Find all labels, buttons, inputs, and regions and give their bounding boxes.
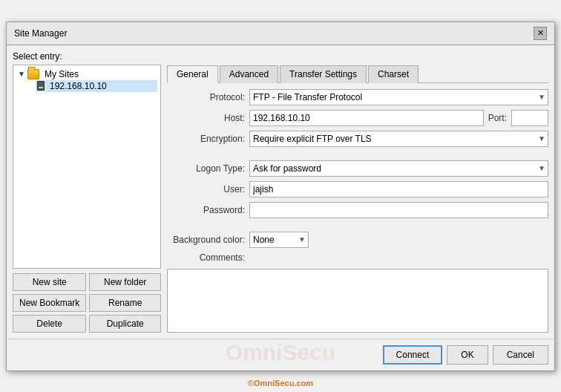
logon-type-select-wrapper: Ask for password Normal Anonymous Intera…	[249, 160, 548, 177]
user-label: User:	[167, 184, 245, 195]
copyright-text: ©OmniSecu.com	[248, 379, 313, 388]
delete-button[interactable]: Delete	[13, 315, 86, 333]
bg-color-select-wrapper: None Red Green Blue Yellow ▼	[249, 232, 309, 248]
form-area: Protocol: FTP - File Transfer Protocol F…	[167, 89, 548, 333]
bg-color-label: Background color:	[167, 235, 245, 245]
comments-area	[167, 269, 548, 333]
logon-type-row: Logon Type: Ask for password Normal Anon…	[167, 160, 548, 177]
main-area: ▼ My Sites 192.168.10.10 New site New f	[13, 65, 548, 333]
encryption-row: Encryption: Require explicit FTP over TL…	[167, 131, 548, 147]
bg-color-select[interactable]: None Red Green Blue Yellow	[249, 232, 309, 248]
logon-type-label: Logon Type:	[167, 163, 245, 174]
duplicate-button[interactable]: Duplicate	[89, 315, 161, 333]
close-button[interactable]: ✕	[534, 27, 547, 40]
password-input[interactable]	[249, 202, 548, 218]
dialog-body: Select entry: ▼ My Sites 192.168.10.10	[7, 45, 554, 339]
tree-child-container: 192.168.10.10	[16, 80, 157, 92]
cancel-button[interactable]: Cancel	[493, 345, 548, 365]
copyright-bar: ©OmniSecu.com	[0, 379, 561, 388]
new-bookmark-button[interactable]: New Bookmark	[13, 294, 86, 312]
dialog-footer: Connect OK Cancel	[7, 339, 554, 370]
protocol-select[interactable]: FTP - File Transfer Protocol FTPS - FTP …	[249, 89, 548, 105]
tab-general[interactable]: General	[167, 65, 218, 83]
port-input[interactable]	[511, 110, 548, 126]
ok-button[interactable]: OK	[447, 345, 488, 365]
encryption-select[interactable]: Require explicit FTP over TLS Use explic…	[249, 131, 548, 147]
server-icon	[37, 81, 45, 91]
tree-child-item[interactable]: 192.168.10.10	[36, 80, 157, 92]
right-panel: General Advanced Transfer Settings Chars…	[167, 65, 548, 333]
rename-button[interactable]: Rename	[89, 294, 161, 312]
dialog-title: Site Manager	[14, 28, 67, 39]
comments-input[interactable]	[167, 269, 548, 333]
bg-color-row: Background color: None Red Green Blue Ye…	[167, 232, 548, 248]
protocol-label: Protocol:	[167, 92, 245, 102]
action-buttons: New site New folder New Bookmark Rename …	[13, 273, 161, 333]
tab-advanced[interactable]: Advanced	[220, 65, 278, 83]
port-label: Port:	[488, 113, 507, 123]
select-entry-label: Select entry:	[13, 51, 548, 62]
comments-label: Comments:	[167, 252, 245, 263]
site-manager-dialog: Site Manager ✕ Select entry: ▼ My Sites	[6, 22, 555, 371]
host-row: Host: Port:	[167, 110, 548, 126]
title-bar: Site Manager ✕	[7, 22, 554, 45]
new-folder-button[interactable]: New folder	[89, 273, 161, 291]
expand-arrow: ▼	[18, 70, 25, 78]
comments-label-row: Comments:	[167, 252, 548, 263]
logon-type-select[interactable]: Ask for password Normal Anonymous Intera…	[249, 160, 548, 177]
user-input[interactable]	[249, 181, 548, 197]
tree-view[interactable]: ▼ My Sites 192.168.10.10	[13, 65, 161, 269]
host-input[interactable]	[249, 110, 484, 126]
tab-transfer-settings[interactable]: Transfer Settings	[280, 65, 367, 83]
encryption-select-wrapper: Require explicit FTP over TLS Use explic…	[249, 131, 548, 147]
tree-root-label: My Sites	[45, 69, 79, 79]
new-site-button[interactable]: New site	[13, 273, 86, 291]
folder-icon	[27, 69, 39, 79]
password-row: Password:	[167, 202, 548, 218]
left-panel: ▼ My Sites 192.168.10.10 New site New f	[13, 65, 161, 333]
encryption-label: Encryption:	[167, 134, 245, 144]
protocol-select-wrapper: FTP - File Transfer Protocol FTPS - FTP …	[249, 89, 548, 105]
tabs-bar: General Advanced Transfer Settings Chars…	[167, 65, 548, 83]
tab-charset[interactable]: Charset	[368, 65, 419, 83]
password-label: Password:	[167, 205, 245, 215]
connect-button[interactable]: Connect	[383, 345, 443, 365]
tree-child-label: 192.168.10.10	[50, 81, 107, 91]
protocol-row: Protocol: FTP - File Transfer Protocol F…	[167, 89, 548, 105]
user-row: User:	[167, 181, 548, 197]
tree-root-item[interactable]: ▼ My Sites	[16, 68, 157, 80]
host-label: Host:	[167, 113, 245, 123]
